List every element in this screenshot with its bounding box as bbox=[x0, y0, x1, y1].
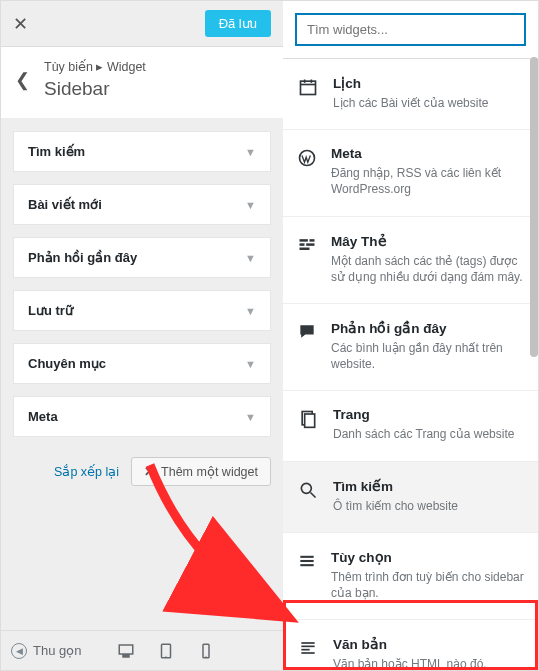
sidebar-widget-item[interactable]: Chuyên mục▼ bbox=[13, 343, 271, 384]
widget-desc: Các bình luận gần đây nhất trên website. bbox=[331, 340, 524, 372]
desktop-icon[interactable] bbox=[117, 642, 135, 660]
pages-icon bbox=[297, 407, 319, 442]
search-input[interactable] bbox=[295, 13, 526, 46]
available-widget-menu[interactable]: Tùy chọnThêm trình đơn tuỳ biến cho side… bbox=[283, 533, 538, 620]
chevron-down-icon: ▼ bbox=[245, 199, 256, 211]
breadcrumb: Tùy biến ▸ Widget bbox=[44, 59, 146, 74]
widget-title: Lịch bbox=[333, 75, 488, 91]
available-widget-search[interactable]: Tìm kiếmÔ tìm kiếm cho website bbox=[283, 462, 538, 533]
widget-label: Bài viết mới bbox=[28, 197, 102, 212]
widget-desc: Lịch các Bài viết của website bbox=[333, 95, 488, 111]
widget-label: Chuyên mục bbox=[28, 356, 106, 371]
widget-title: Meta bbox=[331, 146, 524, 161]
saved-button[interactable]: Đã lưu bbox=[205, 10, 271, 37]
svg-rect-13 bbox=[300, 247, 310, 250]
sidebar-widget-item[interactable]: Tìm kiếm▼ bbox=[13, 131, 271, 172]
widget-title: Văn bản bbox=[333, 636, 487, 652]
calendar-icon bbox=[297, 75, 319, 111]
widget-desc: Văn bản hoặc HTML nào đó. bbox=[333, 656, 487, 670]
chevron-down-icon: ▼ bbox=[245, 146, 256, 158]
available-widget-calendar[interactable]: LịchLịch các Bài viết của website bbox=[283, 59, 538, 130]
chevron-down-icon: ▼ bbox=[245, 252, 256, 264]
available-widget-wordpress[interactable]: MetaĐăng nhập, RSS và các liên kết WordP… bbox=[283, 130, 538, 216]
comment-icon bbox=[297, 320, 317, 372]
sidebar-widget-item[interactable]: Phản hồi gần đây▼ bbox=[13, 237, 271, 278]
widget-title: Tùy chọn bbox=[331, 549, 524, 565]
sidebar-widget-item[interactable]: Lưu trữ▼ bbox=[13, 290, 271, 331]
svg-rect-12 bbox=[306, 243, 314, 246]
available-widget-text[interactable]: Văn bảnVăn bản hoặc HTML nào đó. bbox=[283, 620, 538, 670]
widget-desc: Một danh sách các thẻ (tags) được sử dụn… bbox=[331, 253, 524, 285]
page-title: Sidebar bbox=[44, 78, 146, 100]
widget-label: Meta bbox=[28, 409, 58, 424]
wordpress-icon bbox=[297, 146, 317, 197]
chevron-down-icon: ▼ bbox=[245, 305, 256, 317]
available-widget-comment[interactable]: Phản hồi gần đâyCác bình luận gần đây nh… bbox=[283, 304, 538, 391]
scrollbar[interactable] bbox=[530, 57, 538, 670]
widget-desc: Đăng nhập, RSS và các liên kết WordPress… bbox=[331, 165, 524, 197]
widget-desc: Danh sách các Trang của website bbox=[333, 426, 514, 442]
close-icon: ✕ bbox=[144, 464, 155, 479]
chevron-down-icon: ▼ bbox=[245, 411, 256, 423]
tablet-icon[interactable] bbox=[157, 642, 175, 660]
widget-title: Trang bbox=[333, 407, 514, 422]
widget-title: Tìm kiếm bbox=[333, 478, 458, 494]
sidebar-widget-item[interactable]: Bài viết mới▼ bbox=[13, 184, 271, 225]
sidebar-widget-item[interactable]: Meta▼ bbox=[13, 396, 271, 437]
widget-title: Phản hồi gần đây bbox=[331, 320, 524, 336]
svg-point-3 bbox=[206, 655, 207, 656]
available-widget-pages[interactable]: TrangDanh sách các Trang của website bbox=[283, 391, 538, 461]
search-icon bbox=[297, 478, 319, 514]
widget-label: Phản hồi gần đây bbox=[28, 250, 137, 265]
menu-icon bbox=[297, 549, 317, 601]
available-widget-tagcloud[interactable]: Mây ThẻMột danh sách các thẻ (tags) được… bbox=[283, 217, 538, 304]
widget-label: Lưu trữ bbox=[28, 303, 73, 318]
mobile-icon[interactable] bbox=[197, 642, 215, 660]
svg-rect-10 bbox=[310, 239, 315, 242]
svg-rect-9 bbox=[300, 239, 308, 242]
svg-point-16 bbox=[301, 483, 311, 493]
collapse-button[interactable]: ◀ Thu gọn bbox=[11, 643, 81, 659]
text-icon bbox=[297, 636, 319, 670]
svg-rect-11 bbox=[300, 243, 305, 246]
widget-label: Tìm kiếm bbox=[28, 144, 85, 159]
widget-title: Mây Thẻ bbox=[331, 233, 524, 249]
svg-rect-4 bbox=[301, 81, 316, 94]
reorder-link[interactable]: Sắp xếp lại bbox=[54, 464, 119, 479]
back-button[interactable]: ❮ bbox=[15, 69, 30, 91]
add-widget-button[interactable]: ✕ Thêm một widget bbox=[131, 457, 271, 486]
svg-point-1 bbox=[166, 655, 167, 656]
svg-line-17 bbox=[311, 492, 316, 497]
widget-desc: Ô tìm kiếm cho website bbox=[333, 498, 458, 514]
chevron-left-icon: ◀ bbox=[11, 643, 27, 659]
close-icon[interactable]: ✕ bbox=[13, 13, 28, 35]
chevron-down-icon: ▼ bbox=[245, 358, 256, 370]
svg-rect-15 bbox=[305, 414, 315, 427]
widget-desc: Thêm trình đơn tuỳ biến cho sidebar của … bbox=[331, 569, 524, 601]
tagcloud-icon bbox=[297, 233, 317, 285]
